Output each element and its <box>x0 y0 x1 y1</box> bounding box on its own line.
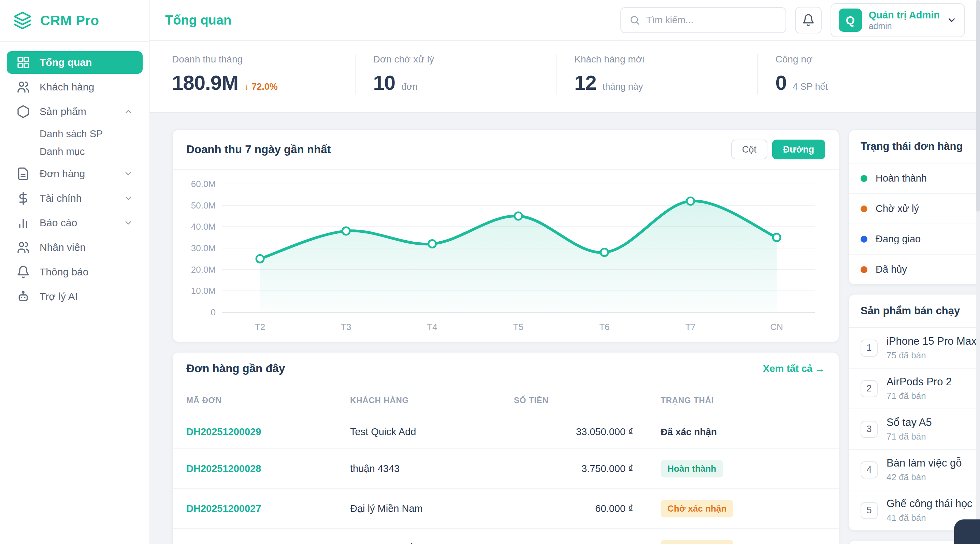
top-products-header: Sản phẩm bán chạy <box>849 294 980 328</box>
sidebar-item-orders[interactable]: Đơn hàng <box>7 162 143 185</box>
product-rank: 5 <box>861 502 878 519</box>
sidebar-subitem-categories[interactable]: Danh mục <box>7 143 143 161</box>
dollar-icon <box>16 191 30 205</box>
order-customer: thuận 4343 <box>343 449 507 489</box>
sidebar-item-finance[interactable]: Tài chính <box>7 187 143 210</box>
chart-icon <box>16 216 30 230</box>
order-amount: 3.750.000 ₫ <box>507 449 654 489</box>
order-status-list: Hoàn thànhChờ xử lýĐang giaoĐã hủy <box>849 164 980 284</box>
product-rank: 4 <box>861 461 878 479</box>
floating-chat-button[interactable] <box>954 519 980 544</box>
content: Doanh thu 7 ngày gần nhất CộtĐường 60.0M… <box>150 113 980 544</box>
status-dot <box>861 205 867 212</box>
chevron-down-icon <box>947 15 957 25</box>
search-box[interactable] <box>620 7 786 33</box>
svg-text:30.0M: 30.0M <box>191 243 216 253</box>
users-icon <box>16 80 30 94</box>
order-customer: Đại lý Miền Nam <box>343 489 507 529</box>
hexagon-icon <box>16 105 30 118</box>
status-label: Hoàn thành <box>876 173 927 184</box>
column-header-status: TRẠNG THÁI <box>654 385 839 415</box>
sidebar-item-label: Tài chính <box>40 192 114 204</box>
product-sold-count: 42 đã bán <box>886 472 962 483</box>
product-sold-count: 75 đã bán <box>886 350 980 361</box>
scrollbar-thumb[interactable] <box>976 0 980 212</box>
order-row[interactable]: DH20251200027Đại lý Miền Nam60.000 ₫Chờ … <box>173 489 839 529</box>
chevron-up-icon <box>124 107 133 116</box>
stat-unit: đơn <box>401 81 418 92</box>
status-label: Đang giao <box>876 234 921 245</box>
svg-text:T5: T5 <box>513 322 523 332</box>
product-rank: 2 <box>861 380 878 397</box>
order-id-link[interactable]: DH20251200029 <box>186 426 261 437</box>
chart-toggle-bar[interactable]: Cột <box>731 140 767 159</box>
bell-icon <box>16 265 30 279</box>
svg-text:50.0M: 50.0M <box>191 200 216 211</box>
stat-label: Doanh thu tháng <box>172 54 355 65</box>
notifications-button[interactable] <box>795 7 822 33</box>
product-name: AirPods Pro 2 <box>886 376 952 388</box>
status-label: Đã hủy <box>876 264 907 275</box>
view-all-link[interactable]: Xem tất cả → <box>763 363 825 374</box>
order-id-link[interactable]: DH20251200027 <box>186 503 261 514</box>
user-role: admin <box>869 21 940 31</box>
sidebar-item-products[interactable]: Sản phẩm <box>7 100 143 123</box>
page-title: Tổng quan <box>165 13 231 28</box>
content-left-column: Doanh thu 7 ngày gần nhất CộtĐường 60.0M… <box>172 129 839 544</box>
topbar: Tổng quan Q Quản trị Admin <box>150 0 980 41</box>
stat-value: 12 <box>574 71 597 95</box>
svg-text:T7: T7 <box>685 322 695 332</box>
column-header-order-id: MÃ ĐƠN <box>173 385 343 415</box>
search-input[interactable] <box>646 15 777 25</box>
recent-orders-card: Đơn hàng gần đây Xem tất cả → MÃ ĐƠN KHÁ… <box>172 352 839 544</box>
stat-label: Đơn chờ xử lý <box>373 54 556 65</box>
product-name: Bàn làm việc gỗ <box>886 457 962 469</box>
product-sold-count: 71 đã bán <box>886 391 952 401</box>
orders-table-header-row: MÃ ĐƠN KHÁCH HÀNG SỐ TIỀN TRẠNG THÁI <box>173 385 839 415</box>
sidebar-nav: Tổng quanKhách hàngSản phẩmDanh sách SPD… <box>0 41 150 317</box>
chart-toggle-line[interactable]: Đường <box>772 140 825 159</box>
product-rank: 3 <box>861 421 878 438</box>
sidebar-item-label: Đơn hàng <box>40 168 114 180</box>
sidebar-item-customers[interactable]: Khách hàng <box>7 76 143 98</box>
order-status-card: Trạng thái đơn hàng Hoàn thànhChờ xử lýĐ… <box>848 129 980 285</box>
svg-text:T2: T2 <box>255 322 265 332</box>
sidebar-item-overview[interactable]: Tổng quan <box>7 51 143 74</box>
sidebar-item-ai-assistant[interactable]: Trợ lý AI <box>7 285 143 308</box>
chart-body: 60.0M50.0M40.0M30.0M20.0M10.0M0T2T3T4T5T… <box>173 170 839 342</box>
product-name: iPhone 15 Pro Max 256GB <box>886 335 980 347</box>
sidebar-item-label: Sản phẩm <box>40 106 114 118</box>
status-legend-item-cancelled: Đã hủy <box>849 255 980 284</box>
scrollbar[interactable] <box>976 0 980 544</box>
user-menu[interactable]: Q Quản trị Admin admin <box>830 3 965 37</box>
topbar-actions: Q Quản trị Admin admin <box>620 3 965 37</box>
main-area: Tổng quan Q Quản trị Admin <box>150 0 980 544</box>
product-item: 2AirPods Pro 271 đã bán <box>849 369 980 409</box>
stat-pending-orders: Đơn chờ xử lý 10đơn <box>355 54 556 95</box>
order-row[interactable]: DH20251200029Test Quick Add33.050.000 ₫Đ… <box>173 415 839 449</box>
svg-text:10.0M: 10.0M <box>191 286 216 296</box>
sidebar-item-staff[interactable]: Nhân viên <box>7 236 143 259</box>
sidebar-item-label: Thông báo <box>40 266 133 278</box>
sidebar-subitem-product-list[interactable]: Danh sách SP <box>7 125 143 143</box>
chevron-down-icon <box>124 218 133 227</box>
status-dot <box>861 175 867 182</box>
sidebar-item-reports[interactable]: Báo cáo <box>7 212 143 234</box>
order-status-header: Trạng thái đơn hàng <box>849 130 980 164</box>
order-id-link[interactable]: DH20251200028 <box>186 463 261 474</box>
svg-text:T4: T4 <box>427 322 437 332</box>
order-row[interactable]: DH20251200026Đại lý Miền Bắc110.000 ₫Chờ… <box>173 529 839 544</box>
sidebar-item-notifications[interactable]: Thông báo <box>7 261 143 283</box>
product-item: 4Bàn làm việc gỗ42 đã bán <box>849 450 980 490</box>
order-customer: Đại lý Miền Bắc <box>343 529 507 544</box>
status-dot <box>861 236 867 243</box>
stat-unit: 4 SP hết <box>793 81 828 92</box>
status-dot <box>861 266 867 273</box>
sidebar-item-label: Tổng quan <box>40 57 133 68</box>
orders-table: MÃ ĐƠN KHÁCH HÀNG SỐ TIỀN TRẠNG THÁI DH2… <box>173 385 839 544</box>
order-row[interactable]: DH20251200028thuận 43433.750.000 ₫Hoàn t… <box>173 449 839 489</box>
svg-text:0: 0 <box>211 307 216 317</box>
product-item: 1iPhone 15 Pro Max 256GB75 đã bán <box>849 328 980 369</box>
stat-label: Khách hàng mới <box>574 54 757 65</box>
stat-value: 180.9M <box>172 71 238 95</box>
